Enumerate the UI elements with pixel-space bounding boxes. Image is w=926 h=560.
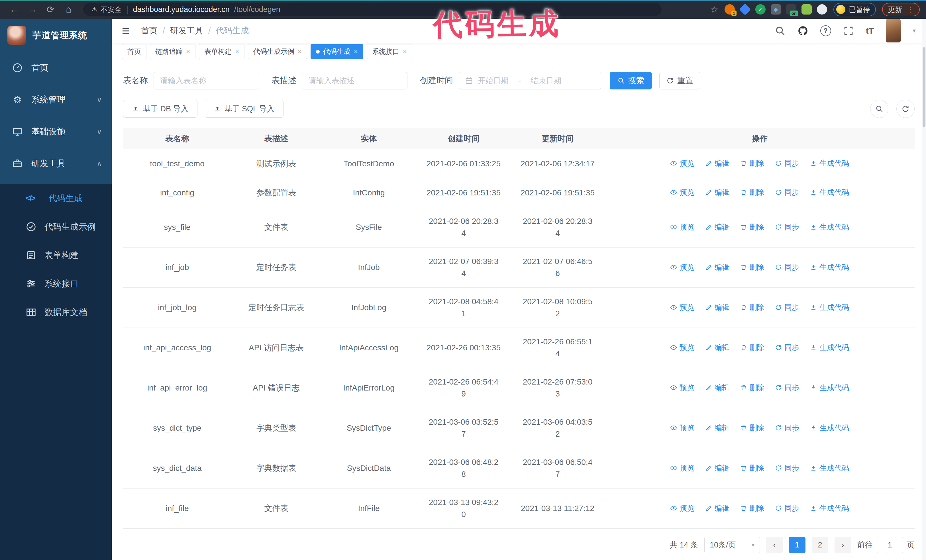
close-icon[interactable]: × [235,48,239,56]
extension-green-check[interactable]: ✓ [755,4,766,15]
sidebar-item-db-doc[interactable]: 数据库文档 [0,298,112,326]
sync-link[interactable]: 同步 [775,422,799,434]
preview-link[interactable]: 预览 [670,157,694,169]
fullscreen-icon[interactable] [843,25,854,36]
sync-link[interactable]: 同步 [775,462,799,474]
edit-link[interactable]: 编辑 [705,157,729,169]
reload-icon[interactable]: ⟳ [43,4,58,15]
preview-link[interactable]: 预览 [670,221,694,233]
tab-codegen-example[interactable]: 代码生成示例 × [248,44,307,59]
edit-link[interactable]: 编辑 [705,382,729,394]
goto-page-input[interactable]: 1 [877,537,903,553]
scrollbar-thumb[interactable] [923,47,925,127]
sync-link[interactable]: 同步 [775,186,799,198]
sidebar-item-codegen-example[interactable]: 代码生成示例 [0,213,112,241]
edit-link[interactable]: 编辑 [705,186,729,198]
preview-link[interactable]: 预览 [670,462,694,474]
generate-code-link[interactable]: 生成代码 [810,261,849,273]
close-icon[interactable]: × [403,48,407,56]
sidebar-item-infra[interactable]: 基础设施 ∨ [0,116,112,148]
generate-code-link[interactable]: 生成代码 [810,301,849,313]
delete-link[interactable]: 删除 [740,157,764,169]
prev-page-button[interactable]: ‹ [766,537,783,553]
github-icon[interactable] [797,25,808,36]
edit-link[interactable]: 编辑 [705,341,729,353]
sync-link[interactable]: 同步 [775,502,799,514]
caret-down-icon[interactable]: ▾ [912,27,916,35]
edit-link[interactable]: 编辑 [705,221,729,233]
extension-blue-gem[interactable] [739,4,751,15]
generate-code-link[interactable]: 生成代码 [810,157,849,169]
edit-link[interactable]: 编辑 [705,301,729,313]
close-icon[interactable]: × [298,48,302,56]
sidebar-item-home[interactable]: 首页 [0,52,112,84]
tab-tracing[interactable]: 链路追踪 × [150,44,195,59]
import-sql-button[interactable]: 基于 SQL 导入 [205,100,283,118]
logo-row[interactable]: 芋道管理系统 [0,19,112,52]
extension-green-droid[interactable] [802,4,812,15]
toggle-search-button[interactable] [870,100,888,118]
forward-icon[interactable]: → [24,4,40,15]
delete-link[interactable]: 删除 [740,382,764,394]
sidebar-item-codegen[interactable]: </> 代码生成 [0,184,112,213]
preview-link[interactable]: 预览 [670,301,694,313]
preview-link[interactable]: 预览 [670,422,694,434]
edit-link[interactable]: 编辑 [705,462,729,474]
generate-code-link[interactable]: 生成代码 [810,221,849,233]
delete-link[interactable]: 删除 [740,221,764,233]
page-1-button[interactable]: 1 [789,537,805,553]
sync-link[interactable]: 同步 [775,157,799,169]
edit-link[interactable]: 编辑 [705,261,729,273]
generate-code-link[interactable]: 生成代码 [810,422,849,434]
delete-link[interactable]: 删除 [740,502,764,514]
close-icon[interactable]: × [354,48,358,56]
tab-home[interactable]: 首页 [122,44,147,59]
refresh-button[interactable] [896,100,915,118]
url-bar[interactable]: ⚠ 不安全 | dashboard.yudao.iocoder.cn/tool/… [83,3,661,16]
tab-system-api[interactable]: 系统接口 × [367,44,412,59]
font-size-icon[interactable]: tT [866,26,874,36]
extension-gray-grid[interactable]: ◆ [771,4,781,15]
security-warning[interactable]: ⚠ 不安全 [91,5,122,14]
edit-link[interactable]: 编辑 [705,422,729,434]
extension-dark-on[interactable]: on [786,4,796,15]
generate-code-link[interactable]: 生成代码 [810,462,849,474]
search-icon[interactable] [775,25,785,36]
sync-link[interactable]: 同步 [775,261,799,273]
sidebar-item-system-api[interactable]: 系统接口 [0,269,112,298]
paused-badge[interactable]: 已暂停 [834,3,876,16]
delete-link[interactable]: 删除 [740,462,764,474]
sidebar-item-system[interactable]: ⚙ 系统管理 ∨ [0,84,112,116]
bookmark-star-icon[interactable]: ☆ [710,4,718,15]
back-icon[interactable]: ← [6,4,22,15]
menu-dots-icon[interactable]: ⋮ [906,5,914,14]
delete-link[interactable]: 删除 [740,422,764,434]
preview-link[interactable]: 预览 [670,341,694,353]
sidebar-item-form-builder[interactable]: 表单构建 [0,241,112,269]
table-desc-input[interactable]: 请输入表描述 [302,72,407,89]
generate-code-link[interactable]: 生成代码 [810,502,849,514]
breadcrumb-home[interactable]: 首页 [141,25,157,36]
search-button[interactable]: 搜索 [610,72,652,89]
delete-link[interactable]: 删除 [740,301,764,313]
preview-link[interactable]: 预览 [670,502,694,514]
table-name-input[interactable]: 请输入表名称 [154,72,259,89]
sync-link[interactable]: 同步 [775,341,799,353]
sidebar-item-devtools[interactable]: 研发工具 ∧ [0,148,112,180]
delete-link[interactable]: 删除 [740,186,764,198]
sync-link[interactable]: 同步 [775,382,799,394]
breadcrumb-devtools[interactable]: 研发工具 [170,25,203,36]
generate-code-link[interactable]: 生成代码 [810,341,849,353]
generate-code-link[interactable]: 生成代码 [810,382,849,394]
preview-link[interactable]: 预览 [670,186,694,198]
home-icon[interactable]: ⌂ [61,4,76,15]
import-db-button[interactable]: 基于 DB 导入 [123,100,197,118]
date-range-picker[interactable]: 开始日期 - 结束日期 [459,72,601,89]
extension-orange-circle[interactable]: 1 [725,4,735,15]
tab-codegen[interactable]: 代码生成 × [310,44,363,59]
preview-link[interactable]: 预览 [670,261,694,273]
sync-link[interactable]: 同步 [775,301,799,313]
next-page-button[interactable]: › [835,537,851,553]
tab-form-builder[interactable]: 表单构建 × [199,44,244,59]
generate-code-link[interactable]: 生成代码 [810,186,849,198]
